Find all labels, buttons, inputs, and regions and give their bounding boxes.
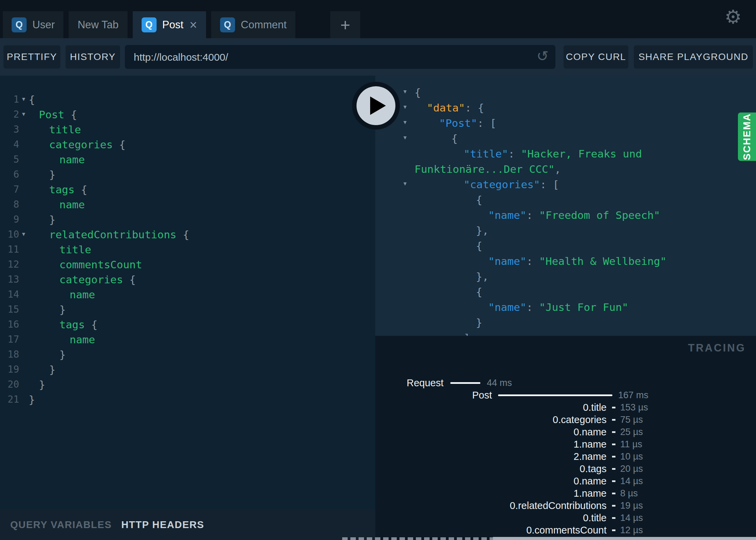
tracing-label: 0.name bbox=[375, 475, 607, 487]
code-text: "data": { bbox=[427, 100, 484, 116]
code-text: Post { bbox=[39, 107, 77, 122]
tracing-duration: 20 µs bbox=[620, 463, 643, 475]
response-line: "name": "Just For Fun" bbox=[375, 300, 756, 315]
tracing-duration: 167 ms bbox=[618, 389, 649, 401]
token: { bbox=[75, 183, 87, 196]
tracing-label: Request bbox=[375, 377, 444, 389]
variables-footer: QUERY VARIABLES HTTP HEADERS bbox=[0, 510, 375, 540]
history-button[interactable]: HISTORY bbox=[66, 45, 120, 69]
duration-bar bbox=[498, 394, 612, 396]
token: : bbox=[526, 255, 539, 267]
line-number: 2 bbox=[0, 107, 19, 122]
line-number: 9 bbox=[0, 212, 19, 227]
endpoint-url-input[interactable] bbox=[133, 45, 527, 70]
fold-arrow-icon[interactable]: ▾ bbox=[21, 226, 26, 241]
editor-line: 8name bbox=[0, 197, 375, 212]
tracing-row-0-title: 0.title153 µs bbox=[375, 401, 756, 414]
token: "categories" bbox=[464, 178, 540, 191]
token: } bbox=[476, 316, 482, 329]
code-text: commentsCount bbox=[59, 257, 142, 272]
execute-query-button[interactable] bbox=[352, 82, 400, 130]
fold-arrow-icon[interactable]: ▾ bbox=[403, 84, 407, 99]
tracing-label: Post bbox=[375, 389, 492, 401]
line-number: 10 bbox=[0, 227, 19, 242]
code-text: name bbox=[59, 197, 85, 212]
token: "name" bbox=[488, 209, 526, 221]
code-text: "Post": [ bbox=[439, 116, 496, 131]
schema-tab-label: SCHEMA bbox=[741, 113, 753, 160]
fold-arrow-icon[interactable]: ▾ bbox=[403, 115, 407, 130]
editor-line: 16tags { bbox=[0, 317, 375, 332]
token: } bbox=[39, 378, 45, 391]
duration-tick bbox=[612, 407, 615, 408]
token: name bbox=[70, 333, 95, 346]
tracing-row-0-name: 0.name25 µs bbox=[375, 426, 756, 438]
share-playground-button[interactable]: SHARE PLAYGROUND bbox=[634, 45, 753, 69]
line-number: 11 bbox=[0, 242, 19, 257]
response-line: }, bbox=[375, 223, 756, 238]
editor-line: 4categories { bbox=[0, 137, 375, 152]
token: relatedContributions bbox=[49, 228, 176, 241]
fold-arrow-icon[interactable]: ▾ bbox=[403, 99, 407, 115]
line-number: 12 bbox=[0, 257, 19, 272]
tab-bar: QUserNew TabQPost×QComment + ⚙ bbox=[0, 0, 756, 38]
tracing-duration: 14 µs bbox=[620, 512, 643, 524]
endpoint-url-wrap: ↺ bbox=[125, 45, 555, 69]
tab-post[interactable]: QPost× bbox=[133, 11, 206, 38]
execute-button-circle bbox=[357, 86, 395, 125]
code-text: } bbox=[49, 167, 56, 182]
token: tags bbox=[49, 183, 75, 196]
code-text: title bbox=[49, 122, 81, 137]
fold-arrow-icon[interactable]: ▾ bbox=[21, 91, 26, 106]
editor-line: 7tags { bbox=[0, 182, 375, 197]
token: }, bbox=[476, 270, 489, 283]
reload-icon[interactable]: ↺ bbox=[537, 49, 549, 63]
editor-line: 12commentsCount bbox=[0, 257, 375, 272]
code-text: } bbox=[59, 347, 66, 362]
code-text: } bbox=[49, 212, 56, 227]
token: { bbox=[476, 286, 482, 298]
token: : [ bbox=[477, 117, 496, 129]
response-line: { bbox=[375, 192, 756, 208]
line-number: 14 bbox=[0, 287, 19, 302]
schema-tab[interactable]: SCHEMA bbox=[738, 112, 756, 161]
query-editor[interactable]: 1▾{2▾Post {3title4categories {5name6}7ta… bbox=[0, 76, 375, 510]
tab-user[interactable]: QUser bbox=[3, 11, 63, 38]
tab-query-variables[interactable]: QUERY VARIABLES bbox=[10, 519, 112, 530]
token: title bbox=[49, 123, 81, 136]
tab-comment[interactable]: QComment bbox=[211, 11, 295, 38]
response-line: ▾{ bbox=[375, 131, 756, 146]
token: } bbox=[59, 348, 66, 361]
horizontal-scrollbar[interactable] bbox=[493, 537, 756, 540]
response-line: ] bbox=[375, 330, 756, 336]
settings-gear-icon[interactable]: ⚙ bbox=[725, 7, 742, 27]
fold-arrow-icon[interactable]: ▾ bbox=[403, 176, 407, 191]
fold-arrow-icon[interactable]: ▾ bbox=[403, 130, 407, 145]
token: } bbox=[49, 168, 56, 181]
duration-tick bbox=[612, 431, 615, 433]
fold-arrow-icon[interactable]: ▾ bbox=[21, 106, 26, 121]
code-text: } bbox=[476, 315, 482, 330]
code-text: relatedContributions { bbox=[49, 227, 189, 242]
code-text: "name": "Freedom of Speech" bbox=[488, 208, 660, 223]
copy-curl-button[interactable]: COPY CURL bbox=[564, 45, 628, 69]
tracing-row-1-name: 1.name11 µs bbox=[375, 438, 756, 450]
editor-line: 9} bbox=[0, 212, 375, 227]
editor-line: 2▾Post { bbox=[0, 107, 375, 122]
new-tab-button[interactable]: + bbox=[330, 11, 360, 38]
code-text: } bbox=[29, 392, 35, 407]
tab-label: New Tab bbox=[77, 19, 118, 31]
prettify-button[interactable]: PRETTIFY bbox=[3, 45, 60, 69]
clipped-text-fragment bbox=[342, 537, 493, 540]
token: name bbox=[70, 288, 95, 301]
token: } bbox=[29, 393, 35, 406]
tab-http-headers[interactable]: HTTP HEADERS bbox=[121, 519, 204, 530]
token: "Just For Fun" bbox=[539, 301, 628, 313]
tracing-row-0-title: 0.title14 µs bbox=[375, 512, 756, 524]
editor-line: 13categories { bbox=[0, 272, 375, 287]
tab-label: Post bbox=[162, 19, 184, 31]
tab-new-tab[interactable]: New Tab bbox=[69, 11, 127, 38]
close-tab-icon[interactable]: × bbox=[190, 18, 197, 31]
line-number: 15 bbox=[0, 302, 19, 317]
tracing-duration: 75 µs bbox=[620, 414, 643, 426]
